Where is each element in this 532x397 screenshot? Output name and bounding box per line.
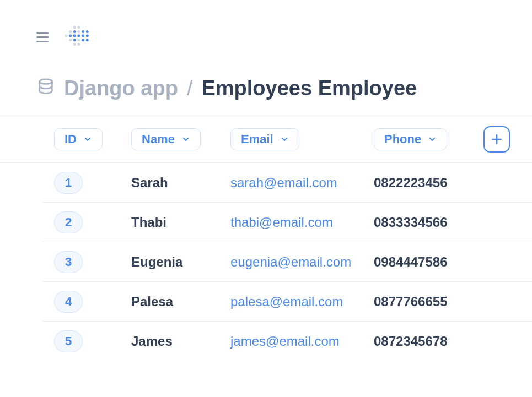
table-row[interactable]: 4 Palesa palesa@email.com 0877766655 xyxy=(43,282,532,322)
plus-icon xyxy=(490,132,504,146)
table-row[interactable]: 1 Sarah sarah@email.com 0822223456 xyxy=(43,163,532,203)
svg-point-17 xyxy=(86,39,89,41)
svg-point-2 xyxy=(69,30,72,33)
svg-point-0 xyxy=(73,26,76,29)
breadcrumb-separator: / xyxy=(187,77,193,100)
app-logo xyxy=(64,23,92,51)
svg-point-18 xyxy=(73,43,76,46)
add-record-button[interactable] xyxy=(483,126,510,153)
hamburger-icon xyxy=(36,41,49,42)
column-header-label: Name xyxy=(142,132,175,146)
column-header-email[interactable]: Email xyxy=(230,128,299,150)
row-phone: 0833334566 xyxy=(374,215,447,230)
table-row[interactable]: 3 Eugenia eugenia@email.com 0984447586 xyxy=(43,242,532,282)
chevron-down-icon xyxy=(280,135,289,144)
topbar xyxy=(0,0,532,61)
row-phone: 0872345678 xyxy=(374,334,447,349)
row-id-badge: 2 xyxy=(54,211,83,233)
row-id-badge: 5 xyxy=(54,330,83,352)
svg-point-19 xyxy=(77,43,80,46)
chevron-down-icon xyxy=(181,135,190,144)
breadcrumb-app-link[interactable]: Django app xyxy=(64,77,178,100)
hamburger-icon xyxy=(36,36,49,38)
row-name: Palesa xyxy=(131,294,230,309)
column-header-name[interactable]: Name xyxy=(131,128,201,150)
svg-point-1 xyxy=(77,26,80,29)
table-body: 1 Sarah sarah@email.com 0822223456 2 Tha… xyxy=(0,163,532,361)
row-name: James xyxy=(131,334,230,349)
svg-point-20 xyxy=(40,79,52,84)
row-name: Sarah xyxy=(131,175,230,191)
svg-point-16 xyxy=(82,39,84,41)
svg-point-3 xyxy=(73,30,76,33)
table-header-row: ID Name Email xyxy=(0,116,532,163)
row-phone: 0877766655 xyxy=(374,294,447,309)
row-phone: 0822223456 xyxy=(374,175,447,191)
row-email-link[interactable]: thabi@email.com xyxy=(230,215,374,230)
hamburger-icon xyxy=(36,32,49,34)
row-email-link[interactable]: sarah@email.com xyxy=(230,175,374,191)
data-table: ID Name Email xyxy=(0,116,532,361)
svg-point-6 xyxy=(86,30,89,33)
row-name: Thabi xyxy=(131,215,230,230)
breadcrumb: Django app / Employees Employee xyxy=(0,61,532,116)
table-row[interactable]: 5 James james@email.com 0872345678 xyxy=(43,322,532,361)
logo-dots-icon xyxy=(64,23,92,51)
row-id-badge: 1 xyxy=(54,172,83,194)
svg-point-8 xyxy=(69,35,72,37)
svg-point-5 xyxy=(82,30,84,33)
svg-point-14 xyxy=(73,39,76,41)
svg-point-7 xyxy=(65,35,67,37)
svg-point-15 xyxy=(77,39,80,41)
row-email-link[interactable]: eugenia@email.com xyxy=(230,254,374,270)
column-header-label: Phone xyxy=(384,132,421,146)
chevron-down-icon xyxy=(83,135,92,144)
row-email-link[interactable]: james@email.com xyxy=(230,334,374,349)
row-name: Eugenia xyxy=(131,254,230,270)
svg-point-4 xyxy=(77,30,80,33)
row-id-badge: 4 xyxy=(54,291,83,313)
row-id-badge: 3 xyxy=(54,251,83,273)
svg-point-12 xyxy=(86,35,89,37)
row-email-link[interactable]: palesa@email.com xyxy=(230,294,374,309)
column-header-phone[interactable]: Phone xyxy=(374,128,447,150)
column-header-label: ID xyxy=(65,132,77,146)
svg-point-9 xyxy=(73,35,76,37)
chevron-down-icon xyxy=(428,135,437,144)
column-header-id[interactable]: ID xyxy=(54,128,103,150)
svg-point-13 xyxy=(69,39,72,41)
database-icon xyxy=(36,78,55,99)
table-row[interactable]: 2 Thabi thabi@email.com 0833334566 xyxy=(43,203,532,242)
row-phone: 0984447586 xyxy=(374,254,447,270)
page-title: Employees Employee xyxy=(201,77,417,100)
svg-point-10 xyxy=(77,35,80,37)
column-header-label: Email xyxy=(241,132,273,146)
svg-point-11 xyxy=(82,35,84,37)
menu-toggle-button[interactable] xyxy=(36,32,49,42)
